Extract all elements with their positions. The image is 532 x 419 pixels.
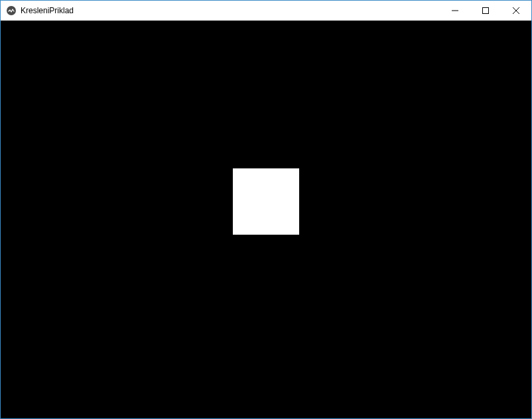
maximize-button[interactable] bbox=[470, 1, 501, 21]
svg-point-0 bbox=[7, 6, 16, 15]
close-icon bbox=[513, 6, 519, 16]
window-title: KresleniPriklad bbox=[21, 6, 440, 15]
close-button[interactable] bbox=[501, 1, 531, 21]
titlebar[interactable]: KresleniPriklad bbox=[1, 1, 531, 21]
minimize-button[interactable] bbox=[440, 1, 470, 21]
svg-rect-2 bbox=[483, 7, 489, 13]
minimize-icon bbox=[452, 6, 458, 16]
maximize-icon bbox=[482, 6, 489, 16]
app-icon bbox=[6, 5, 17, 16]
drawing-canvas[interactable] bbox=[1, 21, 531, 418]
app-window: KresleniPriklad bbox=[0, 0, 532, 419]
window-controls bbox=[440, 1, 531, 21]
white-square bbox=[233, 168, 299, 235]
